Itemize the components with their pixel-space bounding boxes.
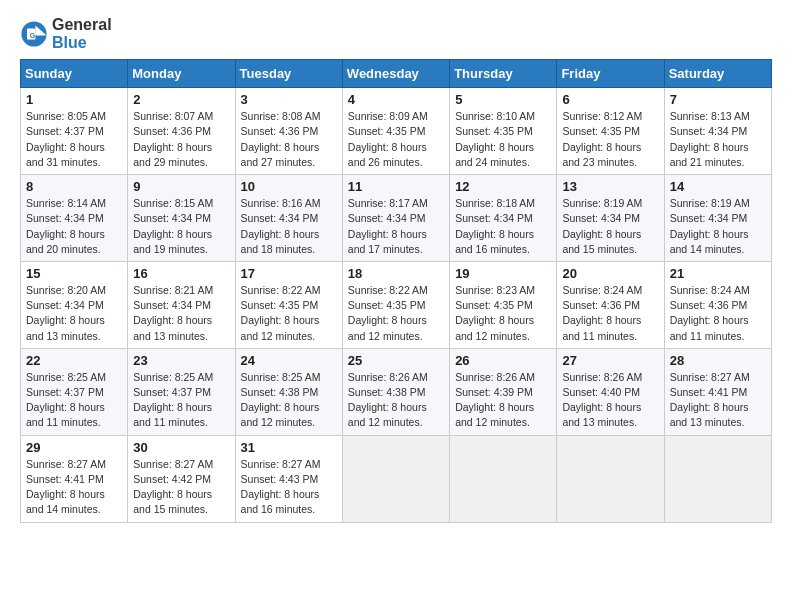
day-number: 26 (455, 353, 551, 368)
day-detail: Sunrise: 8:26 AM Sunset: 4:39 PM Dayligh… (455, 370, 551, 431)
day-number: 22 (26, 353, 122, 368)
calendar-cell (664, 435, 771, 522)
day-number: 11 (348, 179, 444, 194)
calendar-cell: 4 Sunrise: 8:09 AM Sunset: 4:35 PM Dayli… (342, 88, 449, 175)
day-number: 2 (133, 92, 229, 107)
calendar-cell: 8 Sunrise: 8:14 AM Sunset: 4:34 PM Dayli… (21, 175, 128, 262)
day-header-wednesday: Wednesday (342, 60, 449, 88)
day-number: 29 (26, 440, 122, 455)
logo-icon: G (20, 20, 48, 48)
day-detail: Sunrise: 8:05 AM Sunset: 4:37 PM Dayligh… (26, 109, 122, 170)
day-detail: Sunrise: 8:21 AM Sunset: 4:34 PM Dayligh… (133, 283, 229, 344)
header: G General Blue (20, 16, 772, 51)
calendar-cell: 31 Sunrise: 8:27 AM Sunset: 4:43 PM Dayl… (235, 435, 342, 522)
day-detail: Sunrise: 8:13 AM Sunset: 4:34 PM Dayligh… (670, 109, 766, 170)
day-detail: Sunrise: 8:20 AM Sunset: 4:34 PM Dayligh… (26, 283, 122, 344)
day-detail: Sunrise: 8:25 AM Sunset: 4:37 PM Dayligh… (26, 370, 122, 431)
calendar-cell: 12 Sunrise: 8:18 AM Sunset: 4:34 PM Dayl… (450, 175, 557, 262)
calendar-cell: 29 Sunrise: 8:27 AM Sunset: 4:41 PM Dayl… (21, 435, 128, 522)
day-number: 3 (241, 92, 337, 107)
page: G General Blue SundayMondayTuesdayWednes… (0, 0, 792, 612)
day-detail: Sunrise: 8:22 AM Sunset: 4:35 PM Dayligh… (348, 283, 444, 344)
day-number: 4 (348, 92, 444, 107)
calendar-week-4: 22 Sunrise: 8:25 AM Sunset: 4:37 PM Dayl… (21, 348, 772, 435)
day-number: 27 (562, 353, 658, 368)
day-detail: Sunrise: 8:19 AM Sunset: 4:34 PM Dayligh… (670, 196, 766, 257)
day-number: 16 (133, 266, 229, 281)
calendar-cell: 7 Sunrise: 8:13 AM Sunset: 4:34 PM Dayli… (664, 88, 771, 175)
day-header-sunday: Sunday (21, 60, 128, 88)
day-number: 31 (241, 440, 337, 455)
day-detail: Sunrise: 8:10 AM Sunset: 4:35 PM Dayligh… (455, 109, 551, 170)
calendar-cell: 30 Sunrise: 8:27 AM Sunset: 4:42 PM Dayl… (128, 435, 235, 522)
calendar-cell: 15 Sunrise: 8:20 AM Sunset: 4:34 PM Dayl… (21, 261, 128, 348)
day-detail: Sunrise: 8:17 AM Sunset: 4:34 PM Dayligh… (348, 196, 444, 257)
calendar-cell: 16 Sunrise: 8:21 AM Sunset: 4:34 PM Dayl… (128, 261, 235, 348)
calendar-cell: 21 Sunrise: 8:24 AM Sunset: 4:36 PM Dayl… (664, 261, 771, 348)
day-number: 10 (241, 179, 337, 194)
day-header-saturday: Saturday (664, 60, 771, 88)
calendar-cell (450, 435, 557, 522)
day-number: 9 (133, 179, 229, 194)
day-number: 30 (133, 440, 229, 455)
calendar-week-1: 1 Sunrise: 8:05 AM Sunset: 4:37 PM Dayli… (21, 88, 772, 175)
calendar-cell: 6 Sunrise: 8:12 AM Sunset: 4:35 PM Dayli… (557, 88, 664, 175)
day-detail: Sunrise: 8:25 AM Sunset: 4:38 PM Dayligh… (241, 370, 337, 431)
calendar-cell: 17 Sunrise: 8:22 AM Sunset: 4:35 PM Dayl… (235, 261, 342, 348)
day-number: 15 (26, 266, 122, 281)
calendar-body: 1 Sunrise: 8:05 AM Sunset: 4:37 PM Dayli… (21, 88, 772, 522)
day-number: 12 (455, 179, 551, 194)
day-number: 19 (455, 266, 551, 281)
calendar-cell: 23 Sunrise: 8:25 AM Sunset: 4:37 PM Dayl… (128, 348, 235, 435)
calendar-header-row: SundayMondayTuesdayWednesdayThursdayFrid… (21, 60, 772, 88)
calendar-cell: 20 Sunrise: 8:24 AM Sunset: 4:36 PM Dayl… (557, 261, 664, 348)
day-header-friday: Friday (557, 60, 664, 88)
calendar-cell: 27 Sunrise: 8:26 AM Sunset: 4:40 PM Dayl… (557, 348, 664, 435)
calendar-cell: 9 Sunrise: 8:15 AM Sunset: 4:34 PM Dayli… (128, 175, 235, 262)
calendar-cell: 24 Sunrise: 8:25 AM Sunset: 4:38 PM Dayl… (235, 348, 342, 435)
day-number: 1 (26, 92, 122, 107)
calendar-week-5: 29 Sunrise: 8:27 AM Sunset: 4:41 PM Dayl… (21, 435, 772, 522)
day-number: 25 (348, 353, 444, 368)
calendar-cell: 14 Sunrise: 8:19 AM Sunset: 4:34 PM Dayl… (664, 175, 771, 262)
calendar-cell: 5 Sunrise: 8:10 AM Sunset: 4:35 PM Dayli… (450, 88, 557, 175)
calendar-cell: 1 Sunrise: 8:05 AM Sunset: 4:37 PM Dayli… (21, 88, 128, 175)
calendar-cell: 22 Sunrise: 8:25 AM Sunset: 4:37 PM Dayl… (21, 348, 128, 435)
calendar-cell: 3 Sunrise: 8:08 AM Sunset: 4:36 PM Dayli… (235, 88, 342, 175)
day-detail: Sunrise: 8:12 AM Sunset: 4:35 PM Dayligh… (562, 109, 658, 170)
day-detail: Sunrise: 8:19 AM Sunset: 4:34 PM Dayligh… (562, 196, 658, 257)
day-header-monday: Monday (128, 60, 235, 88)
day-detail: Sunrise: 8:27 AM Sunset: 4:42 PM Dayligh… (133, 457, 229, 518)
day-detail: Sunrise: 8:09 AM Sunset: 4:35 PM Dayligh… (348, 109, 444, 170)
day-number: 28 (670, 353, 766, 368)
day-detail: Sunrise: 8:08 AM Sunset: 4:36 PM Dayligh… (241, 109, 337, 170)
calendar-cell: 28 Sunrise: 8:27 AM Sunset: 4:41 PM Dayl… (664, 348, 771, 435)
logo-text: General Blue (52, 16, 112, 51)
day-detail: Sunrise: 8:27 AM Sunset: 4:41 PM Dayligh… (26, 457, 122, 518)
calendar-cell: 19 Sunrise: 8:23 AM Sunset: 4:35 PM Dayl… (450, 261, 557, 348)
day-number: 14 (670, 179, 766, 194)
day-number: 7 (670, 92, 766, 107)
calendar-week-3: 15 Sunrise: 8:20 AM Sunset: 4:34 PM Dayl… (21, 261, 772, 348)
day-detail: Sunrise: 8:23 AM Sunset: 4:35 PM Dayligh… (455, 283, 551, 344)
calendar-cell (557, 435, 664, 522)
calendar-cell: 13 Sunrise: 8:19 AM Sunset: 4:34 PM Dayl… (557, 175, 664, 262)
day-detail: Sunrise: 8:24 AM Sunset: 4:36 PM Dayligh… (670, 283, 766, 344)
day-detail: Sunrise: 8:18 AM Sunset: 4:34 PM Dayligh… (455, 196, 551, 257)
day-detail: Sunrise: 8:14 AM Sunset: 4:34 PM Dayligh… (26, 196, 122, 257)
day-number: 21 (670, 266, 766, 281)
day-detail: Sunrise: 8:16 AM Sunset: 4:34 PM Dayligh… (241, 196, 337, 257)
day-detail: Sunrise: 8:26 AM Sunset: 4:40 PM Dayligh… (562, 370, 658, 431)
svg-text:G: G (30, 32, 36, 39)
day-detail: Sunrise: 8:07 AM Sunset: 4:36 PM Dayligh… (133, 109, 229, 170)
day-detail: Sunrise: 8:22 AM Sunset: 4:35 PM Dayligh… (241, 283, 337, 344)
calendar-cell: 11 Sunrise: 8:17 AM Sunset: 4:34 PM Dayl… (342, 175, 449, 262)
day-detail: Sunrise: 8:27 AM Sunset: 4:41 PM Dayligh… (670, 370, 766, 431)
day-number: 6 (562, 92, 658, 107)
day-number: 24 (241, 353, 337, 368)
calendar-cell: 10 Sunrise: 8:16 AM Sunset: 4:34 PM Dayl… (235, 175, 342, 262)
calendar-table: SundayMondayTuesdayWednesdayThursdayFrid… (20, 59, 772, 522)
calendar-week-2: 8 Sunrise: 8:14 AM Sunset: 4:34 PM Dayli… (21, 175, 772, 262)
day-number: 13 (562, 179, 658, 194)
day-header-tuesday: Tuesday (235, 60, 342, 88)
